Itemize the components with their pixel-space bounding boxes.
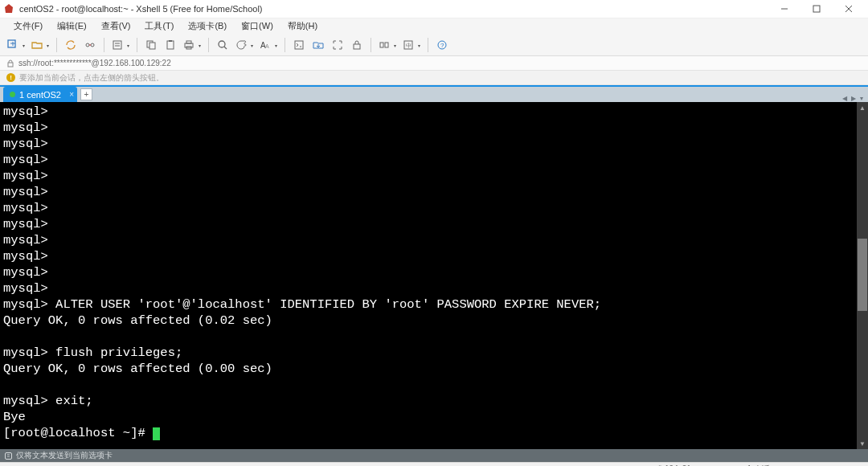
svg-point-7 [86, 43, 89, 47]
new-tab-button[interactable]: + [80, 88, 92, 100]
lock-icon [6, 59, 14, 67]
open-session-button[interactable] [29, 36, 51, 54]
svg-text:?: ? [440, 42, 444, 49]
toolbar-separator [104, 38, 104, 52]
print-button[interactable] [181, 36, 203, 54]
toolbar-separator [285, 38, 285, 52]
send-text-bar: ≡ 仅将文本发送到当前选项卡 [0, 449, 868, 462]
font-button[interactable]: AA [257, 36, 280, 54]
copy-button[interactable] [142, 36, 160, 54]
tab-strip: 1 centOS2 × + ◀ ▶ ▾ [0, 85, 868, 102]
menu-edit[interactable]: 编辑(E) [50, 20, 94, 32]
close-button[interactable] [833, 0, 865, 18]
hint-bar: ! 要添加当前会话，点击左侧的箭头按钮。 [0, 71, 868, 85]
encoding-button[interactable]: 中 [400, 36, 423, 54]
properties-button[interactable] [109, 36, 132, 54]
toolbar-separator [56, 38, 57, 52]
tab-index: 1 [19, 90, 24, 100]
toolbar: AA 中 ? [0, 34, 868, 56]
scrollbar[interactable]: ▲ ▼ [857, 102, 868, 449]
toolbar-separator [371, 38, 371, 52]
tab-close-button[interactable]: × [69, 90, 74, 99]
svg-rect-25 [354, 44, 360, 49]
svg-text:中: 中 [406, 43, 411, 48]
svg-rect-10 [113, 41, 121, 49]
send-text-label: 仅将文本发送到当前选项卡 [16, 450, 113, 461]
tab-list-button[interactable]: ▾ [858, 95, 865, 102]
find-button[interactable] [214, 36, 231, 54]
svg-text:A: A [265, 43, 269, 49]
svg-rect-14 [149, 43, 155, 49]
reconnect-button[interactable] [62, 36, 80, 54]
info-icon: ! [6, 73, 15, 82]
color-scheme-button[interactable] [233, 36, 256, 54]
scroll-down-button[interactable]: ▼ [857, 438, 868, 449]
window-title: centOS2 - root@localhost:~ - Xshell 5 (F… [19, 4, 768, 14]
svg-rect-27 [385, 43, 388, 47]
svg-point-20 [219, 41, 225, 47]
fullscreen-button[interactable] [329, 36, 346, 54]
tab-label: centOS2 [27, 90, 61, 100]
hint-text: 要添加当前会话，点击左侧的箭头按钮。 [19, 72, 164, 84]
toolbar-separator [208, 38, 209, 52]
window-titlebar: centOS2 - root@localhost:~ - Xshell 5 (F… [0, 0, 868, 18]
menu-window[interactable]: 窗口(W) [234, 20, 280, 32]
status-bar: ssh://root@192.168.100.129:22 SSH2 xterm… [0, 462, 868, 466]
scroll-thumb[interactable] [858, 239, 867, 311]
terminal-area: mysql> mysql> mysql> mysql> mysql> mysql… [0, 102, 868, 449]
tab-scroll-right[interactable]: ▶ [850, 95, 858, 102]
menu-bar: 文件(F) 编辑(E) 查看(V) 工具(T) 选项卡(B) 窗口(W) 帮助(… [0, 18, 868, 34]
layout-button[interactable] [376, 36, 399, 54]
address-bar: ssh://root:************@192.168.100.129:… [0, 56, 868, 71]
menu-help[interactable]: 帮助(H) [280, 20, 325, 32]
tab-scroll-left[interactable]: ◀ [841, 95, 849, 102]
maximize-button[interactable] [800, 0, 833, 18]
terminal[interactable]: mysql> mysql> mysql> mysql> mysql> mysql… [0, 102, 857, 449]
new-session-button[interactable] [5, 36, 27, 54]
send-text-icon: ≡ [5, 452, 12, 460]
menu-tools[interactable]: 工具(T) [137, 20, 181, 32]
help-button[interactable]: ? [433, 36, 451, 54]
svg-line-21 [224, 47, 227, 49]
svg-rect-32 [8, 63, 13, 67]
tab-centos2[interactable]: 1 centOS2 × [3, 87, 77, 102]
svg-rect-18 [186, 41, 191, 43]
svg-rect-26 [380, 43, 383, 47]
tab-right-controls: ◀ ▶ ▾ [841, 95, 865, 102]
connection-status-icon [10, 92, 15, 97]
paste-button[interactable] [162, 36, 179, 54]
svg-rect-24 [295, 41, 303, 49]
menu-view[interactable]: 查看(V) [94, 20, 138, 32]
svg-point-8 [91, 43, 94, 47]
svg-rect-1 [813, 6, 820, 12]
app-icon [3, 3, 14, 14]
xftp-button[interactable] [309, 36, 327, 54]
svg-rect-16 [169, 40, 172, 42]
menu-tab[interactable]: 选项卡(B) [181, 20, 234, 32]
toolbar-separator [428, 38, 428, 52]
menu-file[interactable]: 文件(F) [6, 20, 50, 32]
svg-rect-15 [167, 41, 174, 49]
address-text[interactable]: ssh://root:************@192.168.100.129:… [18, 59, 171, 67]
minimize-button[interactable] [768, 0, 800, 18]
scroll-up-button[interactable]: ▲ [857, 102, 868, 113]
script-button[interactable] [290, 36, 308, 54]
disconnect-button[interactable] [81, 36, 99, 54]
lock-button[interactable] [348, 36, 366, 54]
toolbar-separator [137, 38, 137, 52]
